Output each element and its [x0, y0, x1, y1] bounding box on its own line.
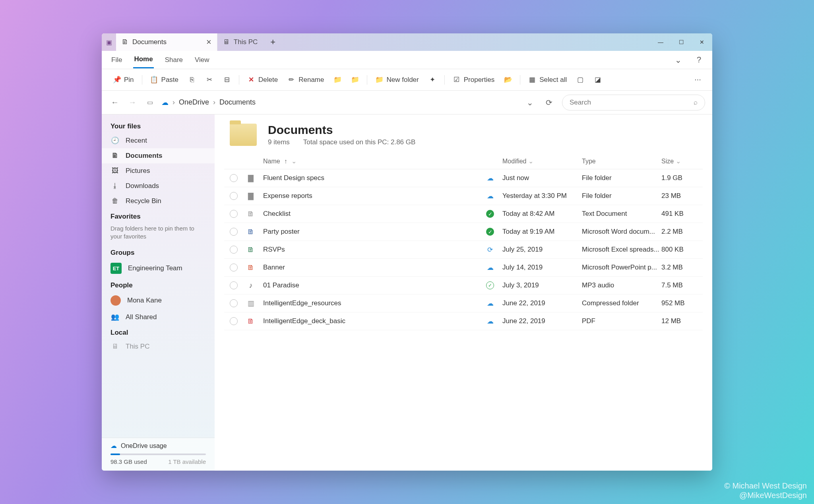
ribbon-tab-home[interactable]: Home: [133, 51, 153, 68]
col-modified[interactable]: Modified ⌄: [502, 157, 582, 165]
row-checkbox[interactable]: [230, 299, 238, 307]
tab-documents[interactable]: 🗎 Documents ×: [116, 33, 217, 51]
delete-button[interactable]: ✕Delete: [243, 74, 282, 85]
row-checkbox[interactable]: [230, 264, 238, 271]
invert-icon: ◪: [594, 76, 602, 84]
sidebar-item-recycle-bin[interactable]: 🗑Recycle Bin: [102, 194, 215, 209]
sidebar-heading-local: Local: [102, 325, 215, 339]
copy-button[interactable]: ⎘: [184, 74, 200, 85]
trash-icon: 🗑: [110, 197, 119, 205]
refresh-button[interactable]: ⟳: [543, 98, 555, 107]
more-button[interactable]: ⋯: [690, 74, 705, 85]
col-type[interactable]: Type: [582, 158, 661, 165]
rename-icon: ✏: [287, 76, 295, 84]
cloud-icon: ☁: [487, 299, 494, 308]
open-button[interactable]: 📂: [500, 74, 516, 85]
new-folder-button[interactable]: 📁New folder: [371, 74, 423, 85]
file-modified: Today at 8:42 AM: [502, 210, 582, 218]
table-row[interactable]: 🗎Party poster✓Today at 9:19 AMMicrosoft …: [224, 223, 703, 241]
file-type: Microsoft PowerPoint p...: [582, 264, 661, 271]
row-checkbox[interactable]: [230, 192, 238, 200]
forward-button[interactable]: →: [126, 98, 138, 107]
file-type: PDF: [582, 317, 661, 325]
invert-selection-button[interactable]: ◪: [590, 74, 606, 85]
file-name: IntelligentEdge_deck_basic: [263, 317, 486, 325]
table-row[interactable]: ▇Fluent Design specs☁Just nowFile folder…: [224, 169, 703, 187]
row-checkbox[interactable]: [230, 210, 238, 218]
table-row[interactable]: 🗎RSVPs⟳July 25, 2019Microsoft Excel spre…: [224, 241, 703, 259]
rename-button[interactable]: ✏Rename: [283, 74, 328, 85]
new-tab-button[interactable]: +: [263, 33, 283, 51]
file-type: File folder: [582, 174, 661, 182]
sidebar-item-mona-kane[interactable]: Mona Kane: [102, 292, 215, 309]
pin-button[interactable]: 📌Pin: [109, 74, 138, 85]
crumb-documents[interactable]: Documents: [219, 98, 256, 107]
pc-icon: 🖥: [223, 38, 230, 46]
table-row[interactable]: ▥IntelligentEdge_resources☁June 22, 2019…: [224, 295, 703, 312]
col-name[interactable]: Name↑⌄: [263, 157, 486, 165]
ribbon-tab-view[interactable]: View: [194, 52, 210, 68]
ribbon-tab-file[interactable]: File: [110, 52, 123, 68]
up-button[interactable]: ▭: [144, 99, 156, 106]
col-size[interactable]: Size ⌄: [661, 157, 697, 165]
row-checkbox[interactable]: [230, 281, 238, 289]
properties-button[interactable]: ☑Properties: [449, 74, 498, 85]
usage-used: 98.3 GB used: [110, 458, 147, 465]
document-icon: 🗎: [122, 38, 128, 46]
row-checkbox[interactable]: [230, 228, 238, 236]
ribbon-tab-share[interactable]: Share: [164, 52, 184, 68]
titlebar: ▣ 🗎 Documents × 🖥 This PC + — ☐ ✕: [102, 33, 712, 51]
search-input[interactable]: [570, 99, 694, 107]
copy-to-button[interactable]: 📁: [347, 74, 363, 85]
download-icon: ⭳: [110, 182, 119, 190]
cut-button[interactable]: ✂: [202, 74, 217, 85]
file-size: 952 MB: [661, 299, 697, 307]
breadcrumb-dropdown[interactable]: ⌄: [524, 98, 536, 107]
app-menu-button[interactable]: ▣: [102, 33, 116, 51]
cloud-icon: ☁: [487, 174, 494, 182]
minimize-button[interactable]: —: [650, 33, 671, 51]
new-item-icon: ✦: [428, 76, 436, 84]
copy-path-button[interactable]: ⊟: [219, 74, 235, 85]
row-checkbox[interactable]: [230, 174, 238, 182]
paste-button[interactable]: 📋Paste: [146, 74, 182, 85]
select-all-button[interactable]: ▦Select all: [524, 74, 571, 85]
people-icon: 👥: [110, 313, 119, 321]
group-chip: ET: [110, 263, 122, 274]
file-name: Party poster: [263, 228, 486, 236]
file-type: File folder: [582, 192, 661, 200]
cloud-icon: ☁: [487, 192, 494, 200]
table-row[interactable]: 🗎Banner☁July 14, 2019Microsoft PowerPoin…: [224, 259, 703, 277]
tab-label: Documents: [132, 38, 167, 46]
table-row[interactable]: ♪01 Paradise✓July 3, 2019MP3 audio7.5 MB: [224, 277, 703, 295]
sidebar-item-downloads[interactable]: ⭳Downloads: [102, 178, 215, 194]
row-checkbox[interactable]: [230, 317, 238, 325]
file-size: 491 KB: [661, 210, 697, 218]
sidebar-item-documents[interactable]: 🗎Documents: [102, 148, 215, 163]
move-to-button[interactable]: 📁: [329, 74, 345, 85]
help-button[interactable]: ?: [694, 55, 704, 64]
tab-this-pc[interactable]: 🖥 This PC: [217, 33, 263, 51]
row-checkbox[interactable]: [230, 246, 238, 254]
back-button[interactable]: ←: [109, 98, 121, 107]
breadcrumb[interactable]: ☁ › OneDrive › Documents: [161, 95, 517, 110]
sidebar-item-this-pc[interactable]: 🖥This PC: [102, 339, 215, 354]
close-tab-button[interactable]: ×: [206, 37, 211, 47]
sidebar-item-engineering-team[interactable]: ETEngineering Team: [102, 259, 215, 277]
ribbon-collapse-button[interactable]: ⌄: [673, 55, 684, 65]
document-icon: 🗎: [110, 152, 119, 160]
close-window-button[interactable]: ✕: [692, 33, 712, 51]
table-row[interactable]: 🗎Checklist✓Today at 8:42 AMText Document…: [224, 205, 703, 223]
sidebar-item-all-shared[interactable]: 👥All Shared: [102, 309, 215, 325]
folder-large-icon: [230, 124, 257, 146]
sidebar-item-recent[interactable]: 🕘Recent: [102, 133, 215, 148]
sidebar-item-pictures[interactable]: 🖼Pictures: [102, 163, 215, 178]
main-area: Documents 9 items Total space used on th…: [215, 114, 712, 471]
table-row[interactable]: ▇Expense reports☁Yesterday at 3:30 PMFil…: [224, 187, 703, 205]
crumb-onedrive[interactable]: OneDrive: [179, 98, 209, 107]
new-item-button[interactable]: ✦: [424, 74, 440, 85]
search-box[interactable]: ⌕: [562, 95, 705, 110]
select-none-button[interactable]: ▢: [572, 74, 588, 85]
maximize-button[interactable]: ☐: [671, 33, 692, 51]
table-row[interactable]: 🗎IntelligentEdge_deck_basic☁June 22, 201…: [224, 312, 703, 330]
